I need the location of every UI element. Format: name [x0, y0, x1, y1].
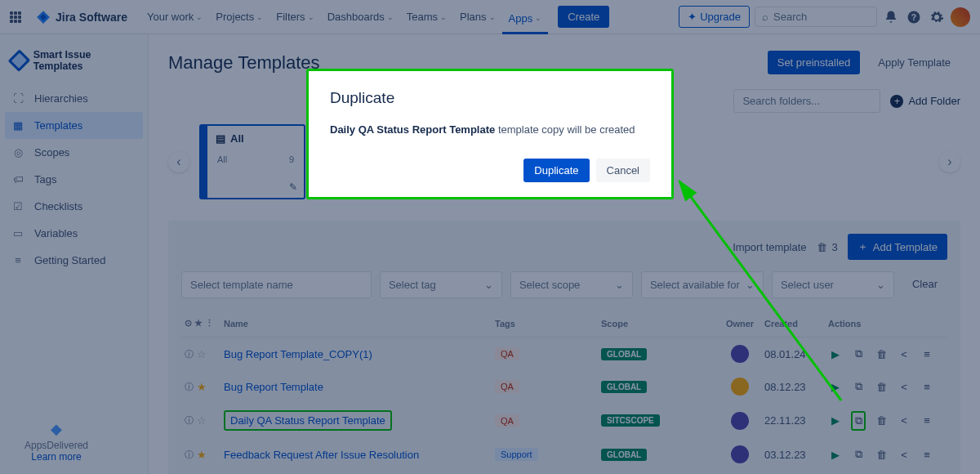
modal-cancel-button[interactable]: Cancel — [596, 159, 650, 182]
modal-title: Duplicate — [330, 89, 650, 107]
modal-message: Daily QA Status Report Template template… — [330, 123, 650, 136]
modal-duplicate-button[interactable]: Duplicate — [523, 159, 589, 182]
duplicate-modal: Duplicate Daily QA Status Report Templat… — [306, 69, 674, 199]
